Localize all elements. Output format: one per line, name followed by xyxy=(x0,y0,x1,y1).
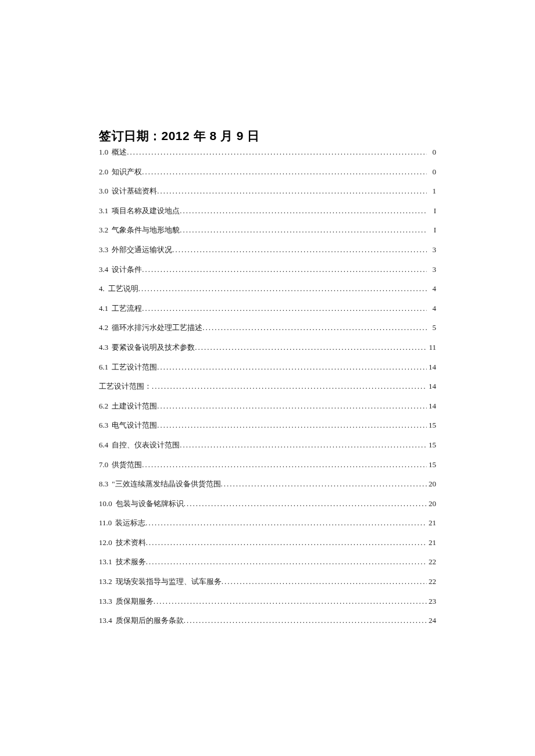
toc-leader-dots xyxy=(157,402,427,411)
toc-page-number: 11 xyxy=(428,343,436,352)
toc-entry: 4.1工艺流程4 xyxy=(99,304,436,313)
toc-entry: 6.4自控、仪表设计范围 15 xyxy=(99,440,436,450)
toc-section-number: 6.2 xyxy=(99,402,108,411)
toc-section-title: 要紧设备说明及技术参数 xyxy=(112,343,195,352)
toc-entry: 3.3外部交通运输状况3 xyxy=(99,245,436,255)
toc-entry: 13.4质保期后的服务条款 24 xyxy=(99,616,436,625)
toc-section-number: 4.1 xyxy=(99,304,108,313)
toc-page-number: 3 xyxy=(428,265,436,274)
toc-section-title: 装运标志 xyxy=(115,518,145,528)
toc-section-number: 3.4 xyxy=(99,265,108,274)
toc-entry: 13.3质保期服务 23 xyxy=(99,597,436,606)
toc-section-title: 项目名称及建设地点 xyxy=(112,206,180,216)
signing-date-heading: 签订日期：2012 年 8 月 9 日 xyxy=(99,128,436,144)
toc-leader-dots xyxy=(157,363,427,372)
toc-page-number: 15 xyxy=(428,460,436,470)
toc-section-title: 知识产权 xyxy=(112,167,142,177)
toc-section-number: 6.3 xyxy=(99,421,108,430)
toc-leader-dots xyxy=(222,577,427,586)
table-of-contents: 1.0概述02.0知识产权03.0设计基础资料13.1项目名称及建设地点I3.2… xyxy=(99,148,436,625)
toc-section-title: 技术服务 xyxy=(116,557,146,567)
toc-page-number: 5 xyxy=(428,323,436,332)
toc-leader-dots xyxy=(157,187,427,196)
toc-page-number: 14 xyxy=(428,402,436,411)
toc-entry: 3.4设计条件 3 xyxy=(99,265,436,274)
toc-leader-dots xyxy=(138,284,427,293)
toc-leader-dots xyxy=(152,382,427,391)
toc-entry: 10.0包装与设备铭牌标识20 xyxy=(99,499,436,508)
toc-section-number: 4.2 xyxy=(99,323,108,332)
toc-section-title: 循环水排污水处理工艺描述 xyxy=(112,323,202,332)
toc-section-number: 6.4 xyxy=(99,440,108,450)
toc-page-number: 21 xyxy=(428,538,436,547)
toc-page-number: 4 xyxy=(428,284,436,293)
toc-section-number: 4. xyxy=(99,284,105,293)
toc-section-title: 土建设计范围 xyxy=(112,402,157,411)
toc-page-number: 21 xyxy=(428,518,436,528)
toc-entry: 工艺设计范围： 14 xyxy=(99,382,436,391)
toc-entry: 13.1技术服务22 xyxy=(99,557,436,567)
toc-entry: 1.0概述0 xyxy=(99,148,436,157)
toc-page-number: 14 xyxy=(428,363,436,372)
toc-entry: 4.工艺说明 4 xyxy=(99,284,436,293)
toc-section-number: 6.1 xyxy=(99,363,108,372)
toc-section-title: 包装与设备铭牌标识 xyxy=(116,499,184,508)
toc-section-title: 工艺说明 xyxy=(108,284,138,293)
toc-section-title: "三效连续蒸发结晶设备供货范围 xyxy=(112,479,220,489)
toc-section-number: 12.0 xyxy=(99,538,112,547)
toc-leader-dots xyxy=(157,421,427,430)
toc-section-number: 13.1 xyxy=(99,557,112,567)
document-page: 签订日期：2012 年 8 月 9 日 1.0概述02.0知识产权03.0设计基… xyxy=(0,0,535,625)
toc-section-title: 电气设计范围 xyxy=(112,421,157,430)
toc-entry: 8.3"三效连续蒸发结晶设备供货范围 20 xyxy=(99,479,436,489)
toc-leader-dots xyxy=(184,499,427,508)
toc-section-number: 3.2 xyxy=(99,225,108,235)
toc-entry: 11.0装运标志21 xyxy=(99,518,436,528)
toc-page-number: I xyxy=(428,225,436,235)
toc-section-number: 3.3 xyxy=(99,245,108,255)
toc-page-number: 22 xyxy=(428,557,436,567)
toc-section-number: 11.0 xyxy=(99,518,112,528)
toc-section-title: 设计条件 xyxy=(112,265,142,274)
toc-section-number: 13.4 xyxy=(99,616,112,625)
toc-page-number: 3 xyxy=(428,245,436,255)
toc-leader-dots xyxy=(146,557,427,567)
toc-leader-dots xyxy=(142,265,427,274)
toc-section-title: 工艺设计范围 xyxy=(112,363,157,372)
toc-section-title: 概述 xyxy=(112,148,127,157)
toc-page-number: 15 xyxy=(428,421,436,430)
toc-section-number: 13.2 xyxy=(99,577,112,586)
toc-section-number: 1.0 xyxy=(99,148,108,157)
toc-leader-dots xyxy=(180,206,427,216)
toc-entry: 6.3电气设计范围15 xyxy=(99,421,436,430)
toc-page-number: 20 xyxy=(428,499,436,508)
toc-entry: 12.0技术资料21 xyxy=(99,538,436,547)
toc-leader-dots xyxy=(142,304,427,313)
toc-page-number: I xyxy=(428,206,436,216)
toc-page-number: 0 xyxy=(428,148,436,157)
toc-leader-dots xyxy=(154,597,427,606)
toc-entry: 6.1工艺设计范围14 xyxy=(99,363,436,372)
toc-leader-dots xyxy=(172,245,427,255)
toc-entry: 6.2土建设计范围 14 xyxy=(99,402,436,411)
toc-section-title: 工艺流程 xyxy=(112,304,142,313)
toc-page-number: 20 xyxy=(428,479,436,489)
toc-page-number: 15 xyxy=(428,440,436,450)
toc-section-title: 自控、仪表设计范围 xyxy=(112,440,180,450)
toc-entry: 4.2 循环水排污水处理工艺描述 5 xyxy=(99,323,436,332)
toc-section-title: 气象条件与地形地貌 xyxy=(112,225,180,235)
toc-leader-dots xyxy=(202,323,427,332)
toc-leader-dots xyxy=(127,148,427,157)
toc-page-number: 14 xyxy=(428,382,436,391)
toc-leader-dots xyxy=(221,479,427,489)
toc-leader-dots xyxy=(146,538,427,547)
toc-leader-dots xyxy=(142,460,427,470)
toc-leader-dots xyxy=(142,167,427,177)
toc-section-title: 现场安装指导与监理、试车服务 xyxy=(116,577,222,586)
toc-leader-dots xyxy=(145,518,427,528)
toc-section-number: 7.0 xyxy=(99,460,108,470)
toc-entry: 7.0供货范围15 xyxy=(99,460,436,470)
toc-entry: 3.2气象条件与地形地貌I xyxy=(99,225,436,235)
toc-leader-dots xyxy=(195,343,427,352)
toc-section-title: 工艺设计范围： xyxy=(99,382,152,391)
